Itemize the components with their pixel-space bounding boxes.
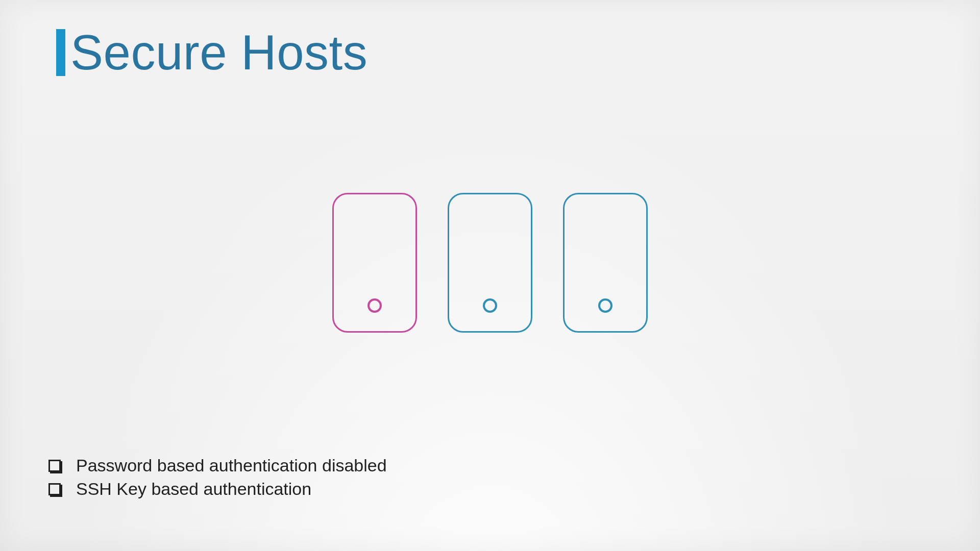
checklist-item-label: Password based authentication disabled [76, 454, 387, 478]
slide-title-row: Secure Hosts [56, 28, 368, 77]
host-icon [563, 193, 648, 333]
checkbox-empty-icon [48, 460, 61, 472]
host-icon [448, 193, 532, 333]
slide-title: Secure Hosts [70, 28, 368, 77]
checklist-item: Password based authentication disabled [48, 454, 387, 478]
host-indicator-icon [483, 298, 497, 313]
checklist-item: SSH Key based authentication [48, 478, 387, 501]
host-icon [332, 193, 417, 333]
checklist: Password based authentication disabled S… [48, 454, 387, 501]
checkbox-empty-icon [48, 483, 61, 495]
title-accent-bar [56, 29, 65, 76]
host-indicator-icon [368, 298, 382, 313]
checklist-item-label: SSH Key based authentication [76, 478, 311, 501]
slide: Secure Hosts Password based authenticati… [0, 0, 980, 551]
hosts-row [332, 193, 648, 333]
host-indicator-icon [598, 298, 612, 313]
